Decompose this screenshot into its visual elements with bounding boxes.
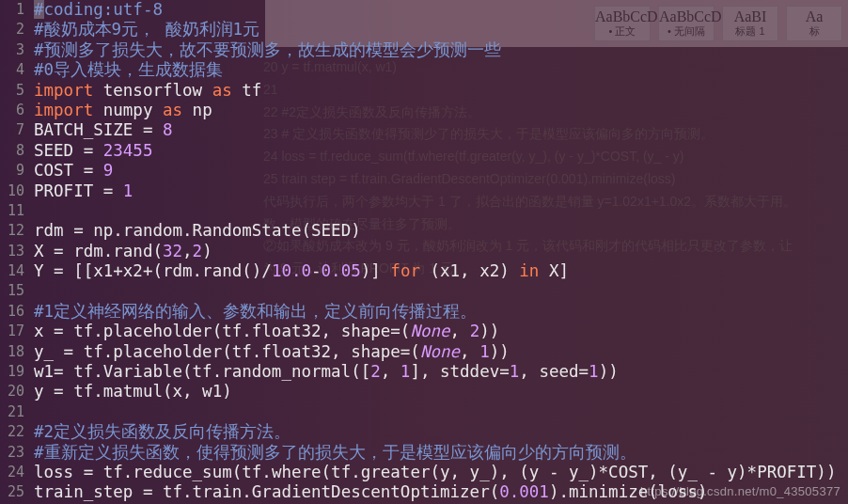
code-token: numpy xyxy=(93,101,163,119)
code-line[interactable]: y = tf.matmul(x, w1) xyxy=(34,382,842,402)
code-line[interactable]: #0导入模块，生成数据集 xyxy=(34,60,842,80)
line-number: 23 xyxy=(0,443,28,463)
code-token: 10.0 xyxy=(272,261,311,280)
code-token: loss xyxy=(34,463,84,481)
code-line[interactable]: import numpy as np xyxy=(34,101,842,120)
code-line[interactable]: #coding:utf-8 xyxy=(34,0,842,20)
code-token: BATCH_SIZE xyxy=(34,120,143,139)
code-token: None xyxy=(420,342,460,361)
code-token: 0.001 xyxy=(499,482,549,501)
code-line[interactable]: SEED = 23455 xyxy=(34,141,842,161)
code-token: )) xyxy=(599,362,619,381)
code-token: = xyxy=(64,342,84,361)
code-editor[interactable]: AaBbCcD• 正文AaBbCcD• 无间隔AaBI标题 1Aa标 20 y … xyxy=(0,0,848,504)
code-line[interactable]: loss = tf.reduce_sum(tf.where(tf.greater… xyxy=(34,463,842,482)
code-token: np xyxy=(182,101,212,119)
line-number: 13 xyxy=(0,242,28,261)
code-token: = xyxy=(143,120,163,139)
line-number: 22 xyxy=(0,422,28,442)
code-token: tensorflow xyxy=(93,81,212,100)
code-line[interactable]: #重新定义损失函数，使得预测多了的损失大，于是模型应该偏向少的方向预测。 xyxy=(34,443,842,463)
code-token: import xyxy=(34,81,93,100)
code-token: , seed= xyxy=(519,362,589,381)
code-line[interactable]: y_ = tf.placeholder(tf.float32, shape=(N… xyxy=(34,342,842,362)
code-token: , xyxy=(182,242,193,260)
code-token: X xyxy=(34,242,54,260)
line-number: 19 xyxy=(0,362,28,382)
code-line[interactable]: import tensorflow as tf xyxy=(34,81,842,101)
code-token: 2 xyxy=(370,362,381,381)
code-token: 1 xyxy=(400,362,411,381)
code-token: for xyxy=(390,261,420,280)
code-token: = xyxy=(143,482,163,501)
code-line[interactable]: PROFIT = 1 xyxy=(34,181,842,201)
code-token: = xyxy=(54,382,73,401)
line-number: 21 xyxy=(0,402,28,422)
code-token: tf.matmul(x, w1) xyxy=(73,382,232,401)
code-line[interactable]: train_step = tf.train.GradientDescentOpt… xyxy=(34,482,842,502)
code-token: 8 xyxy=(163,120,173,139)
code-token: 2 xyxy=(193,242,203,260)
code-token: = xyxy=(103,181,123,200)
code-token: ) xyxy=(202,242,212,260)
code-line[interactable] xyxy=(34,201,842,221)
code-token: x xyxy=(34,322,54,340)
code-token: y xyxy=(34,382,54,401)
code-token: train_step xyxy=(34,482,143,501)
code-token: = xyxy=(54,261,73,280)
code-line[interactable]: #1定义神经网络的输入、参数和输出，定义前向传播过程。 xyxy=(34,302,842,322)
line-number: 14 xyxy=(0,261,28,281)
code-token: #2定义损失函数及反向传播方法。 xyxy=(34,422,291,441)
code-token: #酸奶成本9元， 酸奶利润1元 xyxy=(34,20,259,39)
line-number: 4 xyxy=(0,60,28,80)
code-token: = xyxy=(73,221,93,240)
code-token: 32 xyxy=(163,242,182,260)
code-token: 1 xyxy=(479,342,490,361)
code-line[interactable]: x = tf.placeholder(tf.float32, shape=(No… xyxy=(34,322,842,341)
code-line[interactable]: BATCH_SIZE = 8 xyxy=(34,120,842,140)
line-number: 25 xyxy=(0,482,28,502)
code-token: Y xyxy=(34,261,54,280)
code-line[interactable]: #预测多了损失大，故不要预测多，故生成的模型会少预测一些 xyxy=(34,40,842,60)
line-number: 9 xyxy=(0,161,28,181)
code-token: ], stddev= xyxy=(410,362,509,381)
line-number: 7 xyxy=(0,120,28,140)
code-token: rdm.rand( xyxy=(73,242,163,260)
line-number-gutter: 1234567891011121314151617181920212223242… xyxy=(0,0,28,504)
line-number: 11 xyxy=(0,201,28,221)
code-token: 1 xyxy=(510,362,520,381)
code-token: tf xyxy=(232,81,262,100)
code-token: 1 xyxy=(123,181,133,200)
code-line[interactable]: #2定义损失函数及反向传播方法。 xyxy=(34,422,842,442)
code-line[interactable]: X = rdm.rand(32,2) xyxy=(34,242,842,261)
code-token: 1 xyxy=(589,362,599,381)
line-number: 18 xyxy=(0,342,28,362)
code-line[interactable] xyxy=(34,281,842,301)
code-token: None xyxy=(410,322,449,340)
code-token: )) xyxy=(479,322,499,340)
code-line[interactable]: Y = [[x1+x2+(rdm.rand()/10.0-0.05)] for … xyxy=(34,261,842,281)
code-line[interactable]: w1= tf.Variable(tf.random_normal([2, 1],… xyxy=(34,362,842,382)
line-number: 3 xyxy=(0,40,28,60)
line-number: 10 xyxy=(0,181,28,201)
code-line[interactable]: rdm = np.random.RandomState(SEED) xyxy=(34,221,842,241)
code-token: , xyxy=(381,362,400,381)
code-token: ).minimize(loss) xyxy=(549,482,708,501)
line-number: 8 xyxy=(0,141,28,161)
code-token: , xyxy=(460,342,479,361)
code-token: tf.reduce_sum(tf.where(tf.greater(y, y_)… xyxy=(103,463,837,481)
code-token: #1定义神经网络的输入、参数和输出，定义前向传播过程。 xyxy=(34,302,477,321)
code-line[interactable] xyxy=(34,402,842,422)
code-token: #0导入模块，生成数据集 xyxy=(34,60,223,79)
code-token: 0.05 xyxy=(322,261,361,280)
code-area[interactable]: #coding:utf-8#酸奶成本9元， 酸奶利润1元#预测多了损失大，故不要… xyxy=(34,0,842,504)
code-line[interactable]: COST = 9 xyxy=(34,161,842,181)
line-number: 24 xyxy=(0,463,28,482)
code-line[interactable]: #酸奶成本9元， 酸奶利润1元 xyxy=(34,20,842,39)
code-token: [[x1+x2+(rdm.rand()/ xyxy=(73,261,272,280)
code-token: in xyxy=(519,261,539,280)
code-token: 2 xyxy=(470,322,480,340)
code-token: X] xyxy=(539,261,569,280)
code-token: w1= tf.Variable(tf.random_normal([ xyxy=(34,362,370,381)
code-token: #预测多了损失大，故不要预测多，故生成的模型会少预测一些 xyxy=(34,40,501,59)
